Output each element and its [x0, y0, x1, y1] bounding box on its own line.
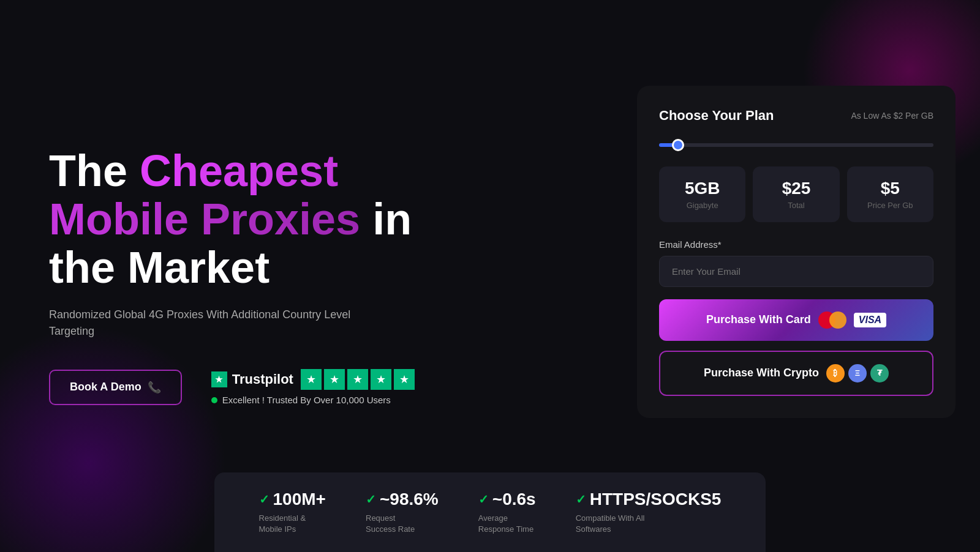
check-icon-2: ✓: [366, 492, 376, 507]
trust-text: Excellent ! Trusted By Over 10,000 Users: [211, 395, 415, 405]
page-wrapper: The CheapestMobile Proxies inthe Market …: [0, 0, 980, 552]
plan-card: Choose Your Plan As Low As $2 Per GB 5GB…: [637, 86, 956, 418]
star-1: ★: [301, 369, 322, 390]
check-icon-1: ✓: [259, 492, 270, 507]
plan-stats: 5GB Gigabyte $25 Total $5 Price Per Gb: [659, 166, 933, 222]
stats-bar: ✓ 100M+ Residential &Mobile IPs ✓ ~98.6%…: [214, 472, 766, 552]
stat-label-response: AverageResponse Time: [478, 513, 533, 535]
stat-item-protocol: ✓ HTTPS/SOCKS5 Compatible With AllSoftwa…: [576, 490, 722, 535]
plan-slider[interactable]: [659, 143, 933, 147]
email-label: Email Address*: [659, 239, 933, 250]
purchase-crypto-label: Purchase With Crypto: [704, 367, 819, 379]
plan-header: Choose Your Plan As Low As $2 Per GB: [659, 108, 933, 124]
stat-price-label: Price Per Gb: [857, 201, 924, 210]
purchase-crypto-button[interactable]: Purchase With Crypto ₿ Ξ ₮: [659, 351, 933, 396]
star-5: ★: [394, 369, 415, 390]
stat-total-box: $25 Total: [753, 166, 839, 222]
plan-title: Choose Your Plan: [659, 108, 774, 124]
check-icon-3: ✓: [478, 492, 489, 507]
check-icon-4: ✓: [576, 492, 586, 507]
visa-icon: VISA: [854, 313, 886, 327]
mastercard-icon: [818, 311, 846, 329]
stat-label-ips: Residential &Mobile IPs: [259, 513, 306, 535]
trustpilot-header: ★ Trustpilot ★ ★ ★ ★ ★: [211, 369, 415, 390]
trustpilot-name: Trustpilot: [232, 371, 293, 387]
trustpilot-tagline: Excellent ! Trusted By Over 10,000 Users: [222, 395, 391, 405]
star-4: ★: [371, 369, 391, 390]
book-demo-label: Book A Demo: [70, 381, 141, 393]
trustpilot-star-icon: ★: [211, 371, 227, 387]
stat-number-success: ~98.6%: [380, 490, 439, 509]
email-input[interactable]: [659, 256, 933, 287]
hero-title-gradient: CheapestMobile Proxies: [49, 146, 360, 244]
stat-item-response: ✓ ~0.6s AverageResponse Time: [478, 490, 536, 535]
phone-icon: 📞: [148, 381, 161, 394]
stat-item-success: ✓ ~98.6% RequestSuccess Rate: [366, 490, 439, 535]
stat-number-ips: 100M+: [273, 490, 326, 509]
purchase-card-label: Purchase With Card: [706, 313, 811, 326]
ethereum-icon: Ξ: [848, 364, 867, 382]
left-section: The CheapestMobile Proxies inthe Market …: [0, 0, 637, 552]
stat-value-response: ✓ ~0.6s: [478, 490, 536, 509]
purchase-card-button[interactable]: Purchase With Card VISA: [659, 299, 933, 341]
stat-value-protocol: ✓ HTTPS/SOCKS5: [576, 490, 722, 509]
crypto-icons: ₿ Ξ ₮: [826, 364, 889, 382]
stat-gb-value: 5GB: [669, 179, 736, 198]
trustpilot-block: ★ Trustpilot ★ ★ ★ ★ ★ Excellent ! Trust…: [211, 369, 415, 405]
green-dot-icon: [211, 397, 217, 403]
plan-price-note: As Low As $2 Per GB: [851, 111, 933, 121]
stat-total-label: Total: [763, 201, 829, 210]
slider-container: [659, 138, 933, 149]
stat-price-value: $5: [857, 179, 924, 198]
stat-label-success: RequestSuccess Rate: [366, 513, 415, 535]
stat-label-protocol: Compatible With AllSoftwares: [576, 513, 645, 535]
stat-value-success: ✓ ~98.6%: [366, 490, 439, 509]
bitcoin-icon: ₿: [826, 364, 845, 382]
stat-value-ips: ✓ 100M+: [259, 490, 326, 509]
mc-orange-circle: [829, 311, 846, 329]
stat-number-protocol: HTTPS/SOCKS5: [590, 490, 722, 509]
usdt-icon: ₮: [870, 364, 889, 382]
star-2: ★: [324, 369, 345, 390]
cta-row: Book A Demo 📞 ★ Trustpilot ★ ★ ★ ★ ★: [49, 369, 588, 405]
stat-number-response: ~0.6s: [492, 490, 536, 509]
right-section: Choose Your Plan As Low As $2 Per GB 5GB…: [637, 0, 980, 552]
stat-gb-label: Gigabyte: [669, 201, 736, 210]
stat-price-box: $5 Price Per Gb: [847, 166, 933, 222]
trustpilot-logo: ★ Trustpilot: [211, 371, 293, 387]
stars-row: ★ ★ ★ ★ ★: [301, 369, 415, 390]
hero-title: The CheapestMobile Proxies inthe Market: [49, 147, 588, 293]
hero-subtitle: Randomized Global 4G Proxies With Additi…: [49, 307, 368, 340]
book-demo-button[interactable]: Book A Demo 📞: [49, 370, 182, 405]
stat-item-ips: ✓ 100M+ Residential &Mobile IPs: [259, 490, 326, 535]
stat-total-value: $25: [763, 179, 829, 198]
stat-gb-box: 5GB Gigabyte: [659, 166, 745, 222]
star-3: ★: [347, 369, 368, 390]
